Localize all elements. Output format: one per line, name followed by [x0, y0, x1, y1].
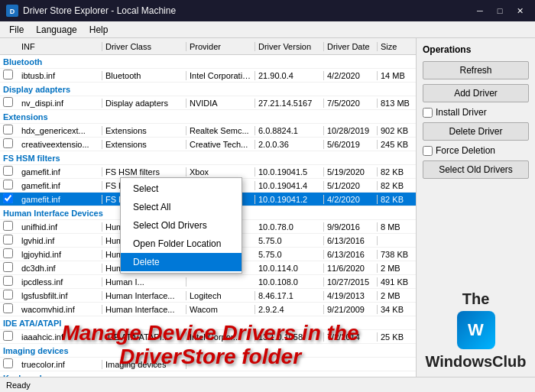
context-menu: Select Select All Select Old Drivers Ope… — [120, 177, 242, 274]
table-row[interactable]: ipcdless.inf Human I... 10.0.108.0 10/27… — [0, 275, 416, 289]
table-row[interactable]: creativeextensio... Extensions Creative … — [0, 138, 416, 151]
operations-label: Operations — [423, 44, 529, 55]
ctx-select-old-drivers[interactable]: Select Old Drivers — [121, 216, 242, 235]
status-bar: Ready — [0, 377, 535, 392]
ctx-select[interactable]: Select — [121, 180, 242, 198]
brand-line1: The — [423, 290, 529, 308]
menu-file[interactable]: File — [3, 23, 30, 37]
install-driver-row: Install Driver — [423, 107, 529, 118]
header-date: Driver Date — [324, 42, 378, 51]
row-checkbox[interactable] — [3, 235, 13, 245]
row-checkbox[interactable] — [3, 70, 13, 79]
menu-help[interactable]: Help — [83, 23, 115, 37]
install-driver-checkbox[interactable] — [423, 108, 433, 118]
category-bluetooth: Bluetooth — [0, 55, 416, 69]
category-ide: IDE ATA/ATAPI — [0, 316, 416, 330]
category-display-adapters: Display adapters — [0, 83, 416, 96]
row-checkbox[interactable] — [3, 125, 13, 134]
row-checkbox[interactable] — [3, 138, 13, 148]
row-checkbox[interactable] — [3, 166, 13, 176]
row-checkbox[interactable] — [3, 331, 13, 341]
main-content: INF Driver Class Provider Driver Version… — [0, 38, 535, 377]
row-checkbox[interactable] — [3, 193, 13, 203]
row-checkbox[interactable] — [3, 262, 13, 272]
force-deletion-label: Force Deletion — [436, 145, 495, 156]
force-deletion-checkbox[interactable] — [423, 146, 433, 156]
status-text: Ready — [6, 381, 31, 390]
add-driver-button[interactable]: Add Driver — [423, 84, 529, 102]
close-button[interactable]: ✕ — [511, 3, 529, 18]
table-row[interactable]: hdx_genericext... Extensions Realtek Sem… — [0, 124, 416, 138]
category-imaging: Imaging devices — [0, 344, 416, 358]
table-row[interactable]: wacomvhid.inf Human Interface... Wacom 2… — [0, 303, 416, 316]
category-extensions: Extensions — [0, 110, 416, 124]
ctx-delete[interactable]: Delete — [121, 253, 242, 271]
row-checkbox[interactable] — [3, 303, 13, 313]
svg-text:D: D — [10, 8, 15, 15]
minimize-button[interactable]: ─ — [471, 3, 489, 18]
title-text: Driver Store Explorer - Local Machine — [23, 5, 176, 16]
app-icon: D — [6, 5, 18, 17]
table-row[interactable]: truecolor.inf Imaging devices LifeCam — [0, 358, 416, 371]
brand-line2: WindowsClub — [423, 352, 529, 371]
row-checkbox[interactable] — [3, 290, 13, 300]
menu-bar: File Language Help — [0, 21, 535, 38]
row-checkbox[interactable] — [3, 180, 13, 190]
table-row[interactable]: ibtusb.inf Bluetooth Intel Corporation 2… — [0, 69, 416, 83]
refresh-button[interactable]: Refresh — [423, 61, 529, 79]
row-checkbox[interactable] — [3, 276, 13, 286]
category-keyboards: Keyboards — [0, 371, 416, 377]
table-row[interactable]: iaaahcic.inf IDE ATA/ATAPI... Intel Corp… — [0, 330, 416, 344]
row-checkbox[interactable] — [3, 248, 13, 258]
header-version: Driver Version — [255, 42, 324, 51]
table-header: INF Driver Class Provider Driver Version… — [0, 38, 416, 55]
header-inf: INF — [18, 42, 102, 51]
row-checkbox[interactable] — [3, 221, 13, 231]
brand-box: The W WindowsClub — [423, 290, 529, 371]
force-deletion-row: Force Deletion — [423, 145, 529, 156]
category-fshsm: FS HSM filters — [0, 151, 416, 165]
table-row[interactable]: nv_dispi.inf Display adapters NVIDIA 27.… — [0, 96, 416, 110]
right-panel: Operations Refresh Add Driver Install Dr… — [417, 38, 535, 377]
ctx-open-folder[interactable]: Open Folder Location — [121, 235, 242, 253]
menu-language[interactable]: Language — [30, 23, 83, 37]
title-bar: D Driver Store Explorer - Local Machine … — [0, 0, 535, 21]
delete-driver-button[interactable]: Delete Driver — [423, 122, 529, 141]
brand-logo: W — [457, 311, 495, 349]
table-row[interactable]: lgsfusbfilt.inf Human Interface... Logit… — [0, 289, 416, 303]
header-class: Driver Class — [102, 42, 186, 51]
select-old-drivers-button[interactable]: Select Old Drivers — [423, 160, 529, 179]
ctx-select-all[interactable]: Select All — [121, 198, 242, 216]
header-provider: Provider — [186, 42, 255, 51]
row-checkbox[interactable] — [3, 358, 13, 368]
maximize-button[interactable]: □ — [491, 3, 509, 18]
row-checkbox[interactable] — [3, 97, 13, 107]
header-size: Size — [378, 42, 417, 51]
install-driver-label: Install Driver — [436, 107, 487, 118]
